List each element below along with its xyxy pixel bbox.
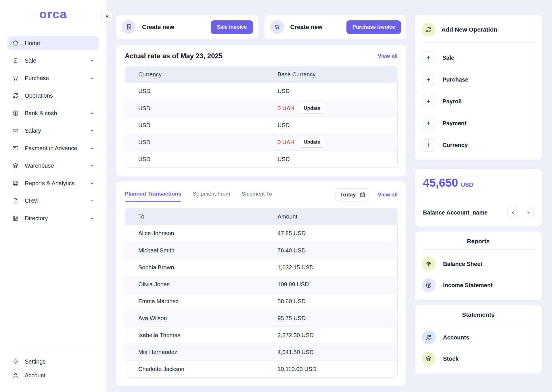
gear-icon <box>12 358 19 365</box>
transaction-to: Isabella Thomas <box>125 332 277 339</box>
rate-base: USD <box>277 88 397 94</box>
chevron-down-icon <box>89 198 95 204</box>
layers-icon <box>12 162 19 169</box>
sidebar-item-payment-in-advance[interactable]: Payment in Advance <box>7 141 99 155</box>
transaction-amount: 1,032.15 USD <box>277 264 397 271</box>
sale-invoice-button[interactable]: Sale Invoice <box>211 20 253 34</box>
chevron-down-icon <box>89 75 95 81</box>
next-account-button[interactable] <box>523 207 534 218</box>
update-rate-button[interactable]: Update <box>299 103 325 114</box>
create-new-title: Create new <box>290 24 323 30</box>
sidebar-item-label: Payment in Advance <box>25 145 77 152</box>
operation-item-purchase[interactable]: Purchase <box>422 73 535 86</box>
sidebar-item-bank-cash[interactable]: Bank & cash <box>7 106 99 120</box>
double-chevron-left-icon <box>104 13 110 19</box>
column-header-currency: Currency <box>125 71 277 78</box>
transaction-row: Emma Martinez 58.60 USD <box>125 293 397 310</box>
tab-shipment-to[interactable]: Shipment To <box>241 191 272 202</box>
previous-account-button[interactable] <box>507 207 518 218</box>
chevron-down-icon <box>89 163 95 169</box>
sidebar-item-operations[interactable]: Operations <box>7 89 99 103</box>
sidebar-item-directory[interactable]: Directory <box>7 211 99 225</box>
tab-planned-transactions[interactable]: Planned Transactions <box>125 191 181 202</box>
update-rate-button[interactable]: Update <box>299 137 325 148</box>
transaction-to: Michael Smith <box>125 247 277 254</box>
operation-label: Payment <box>442 120 466 127</box>
operation-item-currency[interactable]: Currency <box>422 138 535 152</box>
sidebar-item-crm[interactable]: CRM <box>7 194 99 208</box>
report-item-balance-sheet[interactable]: Balance Sheet <box>422 257 535 271</box>
rate-row: USD USD <box>125 83 397 100</box>
operation-item-payment[interactable]: Payment <box>422 117 535 130</box>
chevron-down-icon <box>89 128 95 134</box>
operation-item-payroll[interactable]: Payroll <box>422 95 535 108</box>
sidebar-item-purchase[interactable]: Purchase <box>7 71 99 85</box>
date-filter-button[interactable]: Today <box>336 188 370 201</box>
add-currency-button[interactable] <box>422 138 435 152</box>
people-icon <box>425 334 432 341</box>
add-purchase-button[interactable] <box>422 73 435 86</box>
user-icon <box>12 372 19 379</box>
transaction-row: Olivia Jones 109.99 USD <box>125 276 397 293</box>
rates-view-all-link[interactable]: View all <box>378 53 398 59</box>
sidebar-item-account[interactable]: Account <box>7 368 99 382</box>
divider <box>422 249 535 250</box>
transaction-row: Isabella Thomas 2,272.30 USD <box>125 327 397 343</box>
statements-card: Statements Accounts Stock <box>415 305 542 374</box>
sidebar-item-label: Settings <box>25 358 45 365</box>
tab-shipment-from[interactable]: Shipment From <box>193 191 230 202</box>
reports-title: Reports <box>422 238 535 249</box>
rate-row: USD USD <box>125 117 397 134</box>
planned-transactions-card: Planned Transactions Shipment From Shipm… <box>116 181 406 386</box>
create-new-row: Create new Sale Invoice Create new Purch… <box>116 15 406 39</box>
add-new-operation-header: Add New Operation <box>422 23 535 36</box>
sidebar-item-sale[interactable]: Sale <box>7 54 99 67</box>
sidebar-item-reports-analytics[interactable]: Reports & Analytics <box>7 176 99 190</box>
sidebar-item-settings[interactable]: Settings <box>7 355 99 368</box>
transaction-row: Sophia Brown 1,032.15 USD <box>125 259 397 276</box>
plus-icon <box>425 55 431 61</box>
sidebar-item-salary[interactable]: Salary <box>7 124 99 138</box>
statement-label: Stock <box>443 356 459 362</box>
transactions-table: To Amount Alice Johnson 47.85 USD Michae… <box>125 208 398 378</box>
cart-icon <box>12 75 19 82</box>
add-new-operation-card: Add New Operation Sale Purchase <box>415 15 542 160</box>
rate-base-alert: 0 UAH <box>277 105 294 112</box>
sidebar-item-home[interactable]: Home <box>7 36 99 50</box>
add-sale-button[interactable] <box>422 51 435 64</box>
rate-currency: USD <box>125 88 277 94</box>
sidebar-item-label: Salary <box>25 128 41 134</box>
transaction-amount: 4,041.50 USD <box>277 349 397 356</box>
column-header-to: To <box>125 213 277 220</box>
transaction-row: Alice Johnson 47.85 USD <box>125 225 397 242</box>
sidebar-item-label: Directory <box>25 215 48 222</box>
rate-currency: USD <box>125 122 277 129</box>
operation-item-sale[interactable]: Sale <box>422 51 535 64</box>
people-icon-circle <box>422 331 436 344</box>
sidebar-item-warehouse[interactable]: Warehouse <box>7 159 99 173</box>
main-area: Create new Sale Invoice Create new Purch… <box>106 0 552 392</box>
sidebar-collapse-button[interactable] <box>101 11 112 22</box>
chevron-left-icon <box>511 210 515 215</box>
transaction-amount: 95.75 USD <box>277 315 397 322</box>
chevron-down-icon <box>89 180 95 186</box>
rates-table: Currency Base Currency USD USD USD 0 UAH… <box>125 66 398 168</box>
column-header-base-currency: Base Currency <box>277 71 397 78</box>
purchase-invoice-button[interactable]: Purchase Invoice <box>346 20 401 34</box>
statement-item-stock[interactable]: Stock <box>422 352 535 366</box>
transaction-to: Alice Johnson <box>125 230 277 237</box>
receipt-icon <box>125 24 132 30</box>
add-payment-button[interactable] <box>422 117 435 130</box>
sidebar-item-label: Reports & Analytics <box>25 180 74 187</box>
add-payroll-button[interactable] <box>422 95 435 108</box>
create-sale-invoice-card: Create new Sale Invoice <box>116 15 258 39</box>
chevron-right-icon <box>526 210 531 215</box>
reports-card: Reports Balance Sheet Income Statement <box>415 231 542 300</box>
report-item-income-statement[interactable]: Income Statement <box>422 278 535 292</box>
operations-icon-circle <box>422 23 436 36</box>
transactions-view-all-link[interactable]: View all <box>378 192 398 198</box>
statement-item-accounts[interactable]: Accounts <box>422 331 535 344</box>
balance-amount: 45,650 <box>423 176 458 189</box>
layers-icon <box>425 355 432 362</box>
sidebar-item-label: CRM <box>25 198 38 204</box>
